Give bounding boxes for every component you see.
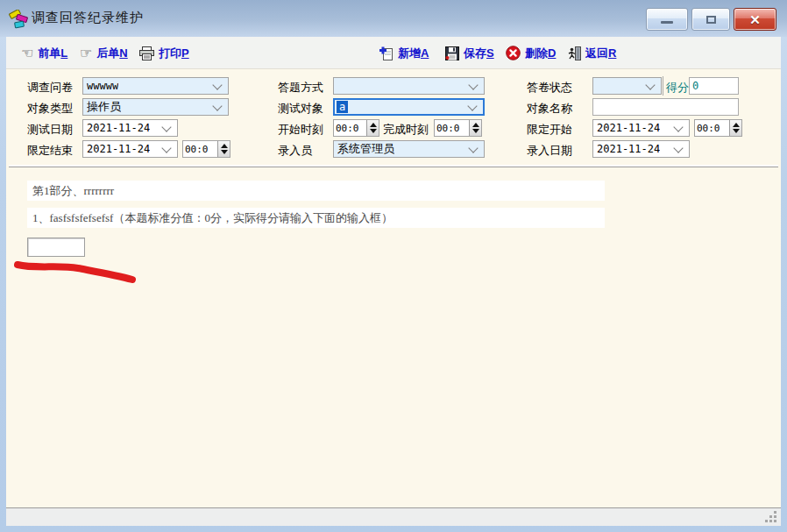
limit-start-time-value: 00:0 (695, 120, 729, 136)
spinner-down-icon[interactable] (221, 150, 228, 154)
add-button[interactable]: 新增A (379, 44, 429, 62)
next-accel: N (119, 46, 127, 60)
recorder-combo[interactable]: 系统管理员 (333, 140, 485, 158)
document-plus-icon (379, 46, 394, 60)
red-x-circle-icon (506, 46, 521, 60)
recorder-label: 录入员 (278, 143, 312, 159)
back-accel: R (608, 46, 616, 60)
window-title: 调查回答纪录维护 (32, 10, 144, 26)
form-content-separator-line (9, 167, 778, 167)
object-type-combo[interactable]: 操作员 (82, 98, 229, 116)
spinner-down-icon[interactable] (733, 129, 740, 133)
object-type-combo-value: 操作员 (87, 99, 121, 115)
save-button[interactable]: 保存S (445, 44, 494, 62)
field-divider (663, 76, 663, 96)
survey-combo-value: wwwww (87, 80, 118, 92)
spinner-buttons[interactable] (217, 141, 230, 157)
floppy-disk-icon (445, 46, 459, 60)
test-date-label: 测试日期 (27, 122, 73, 138)
hand-left-icon: ☜ (21, 46, 33, 60)
finish-time-value: 00:0 (435, 120, 469, 136)
prev-accel: L (60, 46, 67, 60)
limit-end-time-value: 00:0 (183, 141, 217, 157)
limit-start-label: 限定开始 (527, 122, 572, 138)
spinner-down-icon[interactable] (472, 129, 479, 133)
close-icon: ✕ (749, 13, 761, 26)
app-window: 调查回答纪录维护 ✕ ☜ 前单L ☞ 后单N (0, 0, 787, 532)
status-bar (6, 507, 781, 526)
answer-mode-combo[interactable] (333, 77, 485, 95)
test-date-combo[interactable]: 2021-11-24 (82, 119, 178, 137)
sheet-status-label: 答卷状态 (527, 80, 572, 96)
chevron-down-icon (161, 122, 171, 131)
limit-start-time-spinner[interactable]: 00:0 (694, 119, 742, 137)
record-date-combo-value: 2021-11-24 (597, 143, 660, 155)
prev-label: 前单 (38, 46, 60, 60)
score-label: 得分 (666, 80, 689, 96)
survey-label: 调查问卷 (27, 80, 73, 96)
back-label: 返回 (585, 46, 608, 60)
score-input[interactable] (689, 77, 739, 95)
close-button[interactable]: ✕ (734, 8, 776, 31)
print-label: 打印 (159, 46, 181, 60)
section-title-row: 第1部分、rrrrrrrr (27, 181, 605, 201)
minimize-button[interactable] (646, 8, 688, 31)
back-button[interactable]: 返回R (567, 44, 616, 62)
chevron-down-icon (468, 143, 478, 153)
limit-end-time-spinner[interactable]: 00:0 (182, 140, 230, 158)
prev-record-button[interactable]: ☜ 前单L (21, 44, 67, 62)
limit-start-date-value: 2021-11-24 (597, 122, 660, 134)
chevron-down-icon (468, 80, 478, 89)
limit-start-date-combo[interactable]: 2021-11-24 (592, 119, 690, 137)
maximize-icon (706, 16, 716, 24)
resize-grip[interactable] (765, 511, 777, 523)
spinner-buttons[interactable] (469, 120, 481, 136)
red-scribble-annotation (13, 258, 140, 286)
limit-end-label: 限定结束 (27, 143, 73, 159)
answer-input[interactable] (27, 238, 85, 257)
print-accel: P (181, 46, 189, 60)
record-date-label: 录入日期 (527, 143, 572, 159)
add-accel: A (421, 46, 429, 60)
chevron-down-icon (212, 80, 222, 89)
add-label: 新增 (398, 46, 421, 60)
object-name-input[interactable] (592, 98, 739, 116)
toolbar: ☜ 前单L ☞ 后单N 打印P (6, 37, 781, 69)
spinner-buttons[interactable] (366, 120, 379, 136)
test-date-combo-value: 2021-11-24 (87, 122, 150, 134)
next-record-button[interactable]: ☞ 后单N (80, 44, 128, 62)
client-area: ☜ 前单L ☞ 后单N 打印P (6, 37, 781, 526)
question-row: 1、fasfsfsfefsefsf（本题标准分值：0分，实际得分请输入下面的输入… (27, 208, 605, 228)
start-time-value: 00:0 (334, 120, 366, 136)
chevron-down-icon (645, 80, 655, 89)
chevron-down-icon (212, 101, 222, 110)
maximize-button[interactable] (691, 8, 730, 31)
spinner-up-icon[interactable] (472, 123, 479, 127)
spinner-up-icon[interactable] (221, 144, 228, 148)
object-name-label: 对象名称 (527, 101, 572, 117)
print-button[interactable]: 打印P (139, 44, 189, 62)
sheet-status-combo[interactable] (592, 77, 662, 95)
limit-end-date-value: 2021-11-24 (87, 143, 150, 155)
object-type-label: 对象类型 (27, 101, 73, 117)
record-date-combo[interactable]: 2021-11-24 (592, 140, 690, 158)
start-time-label: 开始时刻 (278, 122, 323, 138)
delete-button[interactable]: 删除D (506, 44, 556, 62)
finish-time-spinner[interactable]: 00:0 (434, 119, 482, 137)
test-object-combo[interactable]: a (333, 98, 485, 116)
exit-door-icon (567, 46, 581, 60)
test-object-selected-value: a (337, 101, 348, 113)
start-time-spinner[interactable]: 00:0 (333, 119, 379, 137)
spinner-up-icon[interactable] (370, 123, 377, 127)
delete-label: 删除 (525, 46, 548, 60)
save-accel: S (486, 46, 494, 60)
spinner-buttons[interactable] (729, 120, 741, 136)
answer-mode-label: 答题方式 (278, 80, 323, 96)
spinner-up-icon[interactable] (733, 123, 740, 127)
spinner-down-icon[interactable] (370, 129, 377, 133)
save-label: 保存 (464, 46, 486, 60)
survey-combo[interactable]: wwwww (82, 77, 229, 95)
finish-time-label: 完成时刻 (383, 122, 429, 138)
recorder-combo-value: 系统管理员 (337, 141, 394, 157)
limit-end-date-combo[interactable]: 2021-11-24 (82, 140, 178, 158)
